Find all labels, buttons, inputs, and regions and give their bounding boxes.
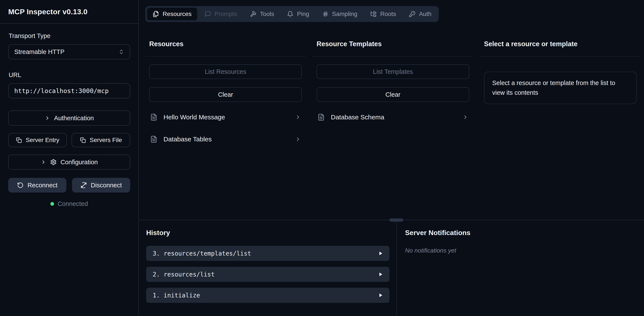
tabbar: Resources Prompts Tools (145, 6, 439, 22)
clear-templates-button[interactable]: Clear (316, 87, 469, 102)
tab-label: Tools (260, 10, 274, 17)
servers-file-label: Servers File (90, 137, 122, 144)
play-icon (378, 272, 383, 277)
resource-item-label: Database Tables (164, 136, 212, 143)
resources-list: Hello World Message Database Tables (149, 111, 302, 146)
list-resources-button[interactable]: List Resources (149, 64, 302, 79)
history-item[interactable]: 3. resources/templates/list (146, 246, 390, 261)
disconnect-button[interactable]: Disconnect (72, 178, 130, 192)
reconnect-label: Reconnect (28, 182, 58, 189)
transport-type-value: Streamable HTTP (14, 48, 64, 55)
server-buttons-row: Server Entry Servers File (8, 133, 130, 147)
hammer-icon (250, 11, 256, 17)
notifications-empty-text: No notifications yet (405, 247, 644, 254)
connection-status: Connected (8, 200, 130, 207)
tab-sampling[interactable]: Sampling (316, 8, 363, 20)
folder-tree-icon (370, 11, 377, 17)
resources-title: Resources (145, 40, 306, 57)
list-templates-button[interactable]: List Templates (316, 64, 469, 79)
tab-tools[interactable]: Tools (244, 8, 280, 20)
detail-placeholder: Select a resource or template from the l… (484, 72, 637, 104)
tab-label: Ping (297, 10, 309, 17)
history-item-label: 2. resources/list (153, 271, 215, 278)
templates-panel: Resource Templates List Templates Clear … (309, 40, 476, 220)
resource-item[interactable]: Database Tables (149, 133, 302, 146)
status-dot-icon (50, 202, 54, 206)
bottom-pane: History 3. resources/templates/list 2. r… (139, 220, 644, 316)
reconnect-button[interactable]: Reconnect (8, 178, 66, 192)
templates-list: Database Schema (316, 111, 469, 124)
file-text-icon (150, 114, 158, 121)
gear-icon (50, 159, 57, 165)
rotate-ccw-icon (17, 182, 24, 188)
tab-roots[interactable]: Roots (364, 8, 402, 20)
refresh-off-icon (80, 182, 87, 188)
history-item-label: 1. initialize (153, 292, 200, 299)
chevron-right-icon (41, 159, 46, 165)
resources-content: List Resources Clear Hello World Message (145, 57, 306, 146)
top-pane: Resources Prompts Tools (139, 0, 644, 220)
play-icon (378, 251, 383, 256)
history-title: History (146, 229, 390, 237)
tab-label: Roots (380, 10, 396, 17)
resource-item[interactable]: Hello World Message (149, 111, 302, 124)
authentication-button[interactable]: Authentication (8, 111, 130, 126)
notifications-title: Server Notifications (405, 229, 644, 237)
tab-label: Sampling (332, 10, 358, 17)
authentication-label: Authentication (54, 115, 94, 122)
tab-label: Resources (162, 10, 192, 17)
templates-content: List Templates Clear Database Schema (313, 57, 473, 124)
history-item[interactable]: 1. initialize (146, 288, 390, 303)
sidebar-body: Transport Type Streamable HTTP URL Authe… (0, 24, 138, 216)
tab-prompts[interactable]: Prompts (199, 8, 243, 20)
key-icon (409, 11, 416, 17)
sidebar-header: MCP Inspector v0.13.0 (0, 0, 138, 24)
files-icon (153, 11, 159, 17)
connection-buttons-row: Reconnect Disconnect (8, 178, 130, 192)
file-text-icon (150, 136, 158, 143)
tab-label: Auth (419, 10, 432, 17)
tab-resources[interactable]: Resources (147, 8, 197, 20)
chevron-right-icon (295, 136, 301, 142)
content-columns: Resources List Resources Clear Hello Wor… (139, 22, 644, 220)
resource-item-label: Hello World Message (164, 114, 225, 121)
detail-title: Select a resource or template (480, 40, 640, 57)
template-item-label: Database Schema (331, 114, 384, 121)
configuration-button[interactable]: Configuration (8, 155, 130, 170)
chevron-right-icon (295, 114, 301, 120)
resources-panel: Resources List Resources Clear Hello Wor… (142, 40, 309, 220)
copy-icon (16, 137, 22, 143)
templates-title: Resource Templates (313, 40, 473, 57)
history-panel: History 3. resources/templates/list 2. r… (139, 220, 396, 316)
detail-panel: Select a resource or template Select a r… (476, 40, 644, 220)
bell-icon (287, 11, 294, 17)
transport-type-label: Transport Type (9, 32, 130, 39)
servers-file-button[interactable]: Servers File (72, 133, 130, 147)
message-square-icon (204, 11, 211, 17)
disconnect-label: Disconnect (91, 182, 122, 189)
history-item[interactable]: 2. resources/list (146, 267, 390, 282)
copy-icon (80, 137, 86, 143)
clear-resources-button[interactable]: Clear (149, 87, 302, 102)
tab-ping[interactable]: Ping (281, 8, 315, 20)
pane-resize-handle[interactable] (390, 218, 403, 222)
tabbar-wrap: Resources Prompts Tools (139, 0, 644, 22)
chevron-right-icon (44, 115, 50, 121)
server-entry-label: Server Entry (26, 137, 60, 144)
transport-type-select[interactable]: Streamable HTTP (8, 44, 130, 59)
sidebar: MCP Inspector v0.13.0 Transport Type Str… (0, 0, 139, 316)
url-input[interactable] (8, 83, 130, 98)
notifications-panel: Server Notifications No notifications ye… (396, 220, 644, 316)
tab-auth[interactable]: Auth (403, 8, 437, 20)
detail-content: Select a resource or template from the l… (480, 57, 640, 104)
chevron-right-icon (462, 114, 468, 120)
chevrons-up-down-icon (118, 49, 124, 55)
configuration-label: Configuration (60, 159, 98, 166)
template-item[interactable]: Database Schema (316, 111, 469, 124)
server-entry-button[interactable]: Server Entry (8, 133, 67, 147)
play-icon (378, 293, 383, 298)
main-area: Resources Prompts Tools (139, 0, 644, 316)
app-window: MCP Inspector v0.13.0 Transport Type Str… (0, 0, 644, 316)
history-item-label: 3. resources/templates/list (153, 250, 251, 257)
tab-label: Prompts (214, 10, 237, 17)
